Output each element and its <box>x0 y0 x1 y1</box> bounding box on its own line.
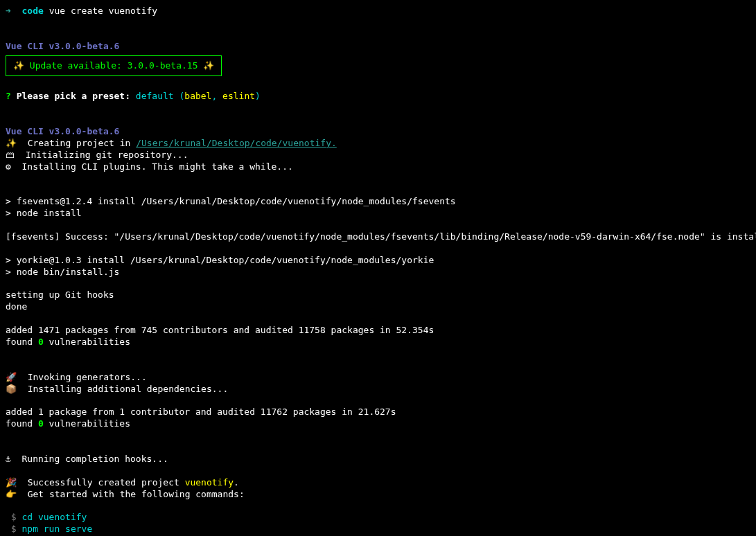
question-mark: ? <box>6 91 11 101</box>
cli-version-2: Vue CLI v3.0.0-beta.6 <box>6 126 119 136</box>
plugins-text: Installing CLI plugins. This might take … <box>21 161 292 172</box>
git-init-text: Initializing git repository... <box>26 150 188 160</box>
preset-comma: , <box>211 91 222 101</box>
blank-line <box>6 29 750 41</box>
added-packages-2: added 1 package from 1 contributor and a… <box>6 407 750 418</box>
prompt-line[interactable]: ➜ code vue create vuenotify <box>6 6 750 17</box>
creating-path[interactable]: /Users/krunal/Desktop/code/vuenotify. <box>136 138 337 148</box>
blank-line <box>6 17 750 29</box>
preset-babel: babel <box>184 91 211 101</box>
preset-paren: ) <box>255 91 261 101</box>
completion-hooks: Running completion hooks... <box>21 454 168 464</box>
anchor-icon: ⚓ <box>6 454 11 464</box>
blank-line <box>6 114 750 126</box>
blank-line <box>6 184 750 196</box>
blank-line <box>6 79 750 91</box>
tada-icon: 🎉 <box>6 477 17 488</box>
found-vuln-2: found 0 vulnerabilities <box>6 418 750 430</box>
blank-line <box>6 465 750 477</box>
sparkle-icon: ✨ <box>203 60 214 71</box>
fsevents-success: [fsevents] Success: "/Users/krunal/Deskt… <box>6 231 750 243</box>
command-serve: $ npm run serve <box>6 524 750 535</box>
preset-eslint: eslint <box>222 91 255 101</box>
success-period: . <box>234 477 239 488</box>
blank-line <box>6 173 750 185</box>
added-packages-1: added 1471 packages from 745 contributor… <box>6 325 750 337</box>
sparkle-icon: ✨ <box>6 138 17 148</box>
blank-line <box>6 360 750 372</box>
yorkie-install: > yorkie@1.0.3 install /Users/krunal/Des… <box>6 255 750 267</box>
blank-line <box>6 501 750 512</box>
gear-icon: ⚙ <box>6 161 11 172</box>
preset-text: Please pick a preset: <box>17 91 130 101</box>
found-vuln-1: found 0 vulnerabilities <box>6 337 750 348</box>
done-text: done <box>6 301 750 313</box>
package-icon: 📦 <box>6 384 17 394</box>
command-cd: $ cd vuenotify <box>6 512 750 524</box>
blank-line <box>6 243 750 255</box>
sparkle-icon: ✨ <box>13 60 24 71</box>
blank-line <box>6 220 750 231</box>
blank-line <box>6 442 750 454</box>
prompt-dir: code <box>21 6 43 16</box>
update-text: Update available: 3.0.0-beta.15 <box>30 60 198 71</box>
update-box: ✨ Update available: 3.0.0-beta.15 ✨ <box>6 55 222 77</box>
blank-line <box>6 395 750 407</box>
blank-line <box>6 430 750 442</box>
prompt-arrow: ➜ <box>6 6 11 16</box>
rocket-icon: 🚀 <box>6 372 17 382</box>
folder-icon: 🗃 <box>6 150 15 160</box>
pointer-icon: 👉 <box>6 489 17 499</box>
cli-version: Vue CLI v3.0.0-beta.6 <box>6 41 119 51</box>
node-install: > node install <box>6 208 750 220</box>
project-name: vuenotify <box>185 477 234 488</box>
node-bin-install: > node bin/install.js <box>6 267 750 278</box>
blank-line <box>6 278 750 290</box>
blank-line <box>6 348 750 360</box>
prompt-command: vue create vuenotify <box>49 6 158 16</box>
get-started-text: Get started with the following commands: <box>28 489 245 499</box>
preset-prompt[interactable]: ? Please pick a preset: default (babel, … <box>6 91 750 102</box>
invoking-text: Invoking generators... <box>28 372 147 382</box>
preset-default: default <box>136 91 174 101</box>
creating-text: Creating project in <box>28 138 137 148</box>
blank-line <box>6 313 750 325</box>
fsevents-install: > fsevents@1.2.4 install /Users/krunal/D… <box>6 196 750 208</box>
installing-deps: Installing additional dependencies... <box>28 384 229 394</box>
git-hooks: setting up Git hooks <box>6 289 750 301</box>
blank-line <box>6 102 750 114</box>
success-text: Successfully created project <box>28 477 185 488</box>
